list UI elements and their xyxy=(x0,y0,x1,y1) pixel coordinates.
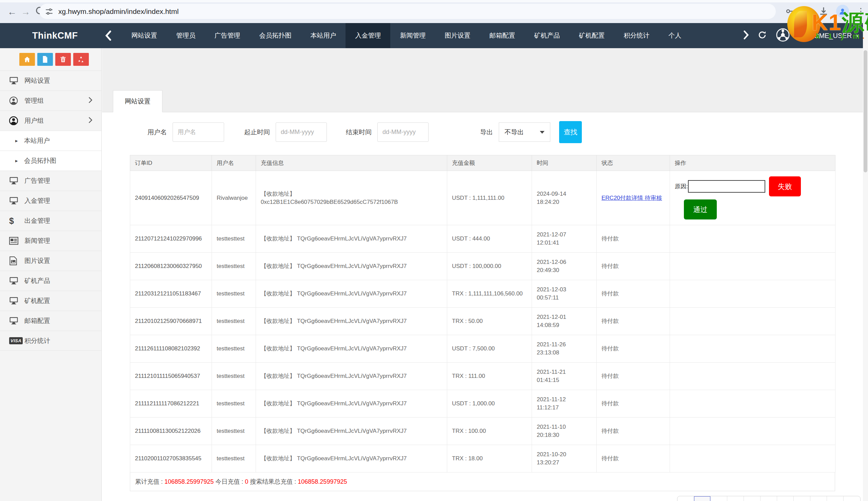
time-clock: 12:01:41 xyxy=(537,239,592,247)
nav-item-邮箱配置[interactable]: 邮箱配置 xyxy=(480,23,524,48)
recharge-info-cell: 【收款地址】 TQrGg6oeavEHrmLJcVLiVgVA7yprrvRXJ… xyxy=(256,363,447,390)
table-row: 211207121241022970996testtesttest【收款地址】 … xyxy=(130,225,835,253)
fail-button[interactable]: 失败 xyxy=(769,177,801,196)
start-date-input[interactable] xyxy=(276,122,327,142)
pass-button[interactable]: 通过 xyxy=(684,200,717,220)
nav-collapse-icon[interactable] xyxy=(105,31,111,41)
page-prev[interactable]: « xyxy=(677,496,694,501)
page-next[interactable]: » xyxy=(844,496,860,501)
nav-menu: 网站设置管理员广告管理会员拓扑图本站用户入金管理新闻管理图片设置邮箱配置矿机产品… xyxy=(122,23,691,48)
time-cell: 2021-12-0620:49:30 xyxy=(532,253,597,280)
home-button[interactable] xyxy=(19,53,35,66)
nav-item-积分统计[interactable]: 积分统计 xyxy=(614,23,659,48)
export-select[interactable]: 不导出 xyxy=(499,122,550,142)
nav-item-管理员[interactable]: 管理员 xyxy=(166,23,205,48)
sidebar-item-会员拓扑图[interactable]: ▸会员拓扑图 xyxy=(0,151,101,171)
sidebar-item-广告管理[interactable]: 广告管理 xyxy=(0,171,101,191)
reason-input[interactable] xyxy=(688,180,765,193)
table-row: 211020011027053835545testtesttest【收款地址】 … xyxy=(130,445,835,472)
order-id-cell: 24091406092026547509 xyxy=(130,171,212,225)
trash-button[interactable] xyxy=(55,53,71,66)
page-67[interactable]: 67 xyxy=(827,496,844,501)
order-id: 211020011027053835545 xyxy=(135,455,202,462)
sidebar-item-label: 本站用户 xyxy=(24,136,50,145)
bookmark-star-icon[interactable]: ☆ xyxy=(803,6,811,17)
sidebar-item-入金管理[interactable]: 入金管理 xyxy=(0,191,101,211)
url-bar[interactable]: xg.hwym.shop/admin/index/index.html xyxy=(39,4,776,19)
page-4[interactable]: 4 xyxy=(744,496,760,501)
table-row: 211206081230060327950testtesttest【收款地址】 … xyxy=(130,253,835,280)
recharge-info-cell: 【收款地址】 TQrGg6oeavEHrmLJcVLiVgVA7yprrvRXJ… xyxy=(256,417,447,445)
sidebar-item-管理组[interactable]: 管理组 xyxy=(0,90,101,110)
download-icon[interactable] xyxy=(818,6,829,16)
sidebar-item-用户组[interactable]: 用户组 xyxy=(0,110,101,131)
content-tab[interactable]: 网站设置 xyxy=(113,90,162,112)
chevron-right-icon xyxy=(88,117,93,125)
order-id: 211110081130052122026 xyxy=(135,428,201,434)
table-row: 211110081130052122026testtesttest【收款地址】 … xyxy=(130,417,835,445)
browser-profile-avatar[interactable] xyxy=(836,5,849,18)
sidebar-item-label: 网站设置 xyxy=(24,76,50,85)
page-6[interactable]: 6 xyxy=(777,496,794,501)
page-scrollbar[interactable] xyxy=(863,23,868,501)
sidebar-menu: 网站设置管理组用户组▸本站用户▸会员拓扑图广告管理入金管理$出金管理新闻管理图片… xyxy=(0,71,101,351)
username-input[interactable] xyxy=(173,122,224,142)
sidebar-item-邮箱配置[interactable]: 邮箱配置 xyxy=(0,311,101,331)
sidebar-item-积分统计[interactable]: VISA积分统计 xyxy=(0,331,101,351)
page-1[interactable]: 1 xyxy=(694,496,711,501)
nav-item-本站用户[interactable]: 本站用户 xyxy=(301,23,346,48)
username-cell: testtesttest xyxy=(212,390,256,417)
end-date-input[interactable] xyxy=(377,122,428,142)
status-cell: 待付款 xyxy=(597,253,670,280)
content-panel: 用户名 起止时间 结束时间 导出 不导出 查找 订单ID用户名充值信息充值金额时… xyxy=(102,112,863,501)
page-2[interactable]: 2 xyxy=(711,496,727,501)
column-header-时间: 时间 xyxy=(532,155,597,171)
browser-forward-icon[interactable]: → xyxy=(21,7,30,17)
sidebar-item-label: 广告管理 xyxy=(24,177,50,185)
nav-item-新闻管理[interactable]: 新闻管理 xyxy=(390,23,435,48)
caret-icon: ▸ xyxy=(15,138,24,144)
time-cell: 2021-11-1020:18:30 xyxy=(532,417,597,445)
nav-item-网站设置[interactable]: 网站设置 xyxy=(122,23,166,48)
password-key-icon[interactable] xyxy=(785,6,795,16)
recharge-info-cell: 【收款地址】0xc12B1E1C8e60757029bBE6529d65cC75… xyxy=(256,171,447,225)
nav-item-广告管理[interactable]: 广告管理 xyxy=(205,23,250,48)
browser-menu-icon[interactable]: ⋮ xyxy=(856,6,865,17)
scrollbar-thumb[interactable] xyxy=(864,50,867,172)
nav-item-个人[interactable]: 个人 xyxy=(659,23,691,48)
sidebar-item-网站设置[interactable]: 网站设置 xyxy=(0,71,101,90)
file-button[interactable] xyxy=(37,53,53,66)
sidebar-item-本站用户[interactable]: ▸本站用户 xyxy=(0,131,101,151)
nav-item-入金管理[interactable]: 入金管理 xyxy=(346,23,390,48)
user-menu[interactable]: WELCOME_USER ▼ xyxy=(775,27,860,44)
nav-chevron-right-icon[interactable] xyxy=(743,31,749,41)
page-66[interactable]: 66 xyxy=(810,496,827,501)
sidebar-item-矿机产品[interactable]: 矿机产品 xyxy=(0,271,101,291)
deposits-table: 订单ID用户名充值信息充值金额时间状态操作 240914060920265475… xyxy=(130,155,835,472)
tune-icon[interactable] xyxy=(45,7,54,16)
nav-item-矿机配置[interactable]: 矿机配置 xyxy=(569,23,614,48)
recycle-button[interactable] xyxy=(73,53,89,66)
browser-back-icon[interactable]: ← xyxy=(8,7,17,17)
nav-item-会员拓扑图[interactable]: 会员拓扑图 xyxy=(250,23,301,48)
order-id-cell: 211206081230060327950 xyxy=(130,253,212,280)
sidebar-item-矿机配置[interactable]: 矿机配置 xyxy=(0,291,101,311)
nav-item-矿机产品[interactable]: 矿机产品 xyxy=(524,23,569,48)
nav-item-图片设置[interactable]: 图片设置 xyxy=(435,23,480,48)
sidebar-item-图片设置[interactable]: 图片设置 xyxy=(0,250,101,271)
username-cell: testtesttest xyxy=(212,417,256,445)
nav-refresh-icon[interactable] xyxy=(758,30,767,41)
address-value: 0xc12B1E1C8e60757029bBE6529d65cC7572f106… xyxy=(261,198,442,206)
end-time-label: 结束时间 xyxy=(346,128,372,137)
sidebar-item-label: 出金管理 xyxy=(24,216,50,225)
time-cell: 2021-12-0300:57:11 xyxy=(532,280,597,308)
search-button[interactable]: 查找 xyxy=(559,121,582,143)
page-5[interactable]: 5 xyxy=(760,496,777,501)
status-detail-link[interactable]: ERC20付款详情 待审核 xyxy=(601,195,662,201)
order-id-cell: 211207121241022970996 xyxy=(130,225,212,253)
app-logo[interactable]: ThinkCMF xyxy=(32,31,78,41)
username-label: 用户名 xyxy=(148,128,167,137)
sidebar-item-出金管理[interactable]: $出金管理 xyxy=(0,211,101,231)
sidebar-item-新闻管理[interactable]: 新闻管理 xyxy=(0,231,101,250)
page-3[interactable]: 3 xyxy=(727,496,744,501)
